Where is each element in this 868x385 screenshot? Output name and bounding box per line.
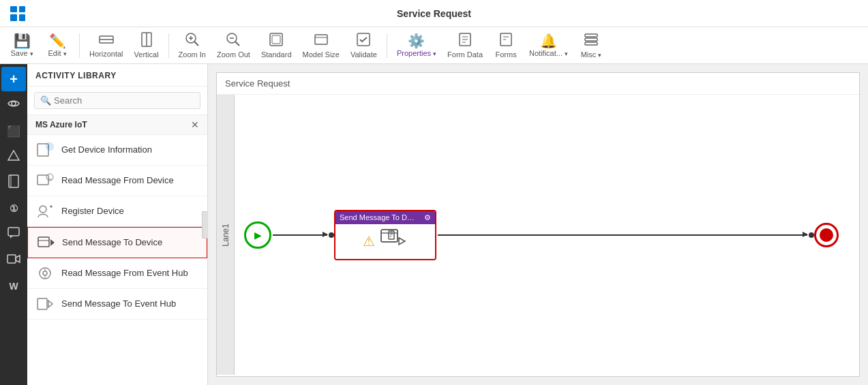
zoom-out-button[interactable]: Zoom Out (213, 30, 254, 61)
flow-activity-node[interactable]: Send Message To Devi... ⚙ ⚠ (334, 210, 436, 260)
video-icon (7, 253, 20, 267)
add-icon-btn[interactable]: + (1, 67, 26, 91)
category-name: MS Azure IoT (35, 120, 87, 129)
send-msg-eventhub-label: Send Message To Event Hub (61, 298, 176, 310)
edit-button[interactable]: ✏️ Edit ▾ (41, 30, 74, 61)
arrow-head-1 (323, 232, 328, 237)
drive-icon-btn[interactable] (1, 144, 26, 169)
notebook-icon (8, 174, 20, 191)
chat-icon-btn[interactable] (1, 222, 26, 247)
svg-rect-46 (38, 298, 47, 309)
get-device-info-icon: i (35, 140, 55, 159)
model-size-icon (314, 32, 329, 49)
end-node[interactable] (814, 223, 839, 247)
node-device-icon (380, 228, 408, 255)
svg-point-32 (46, 142, 54, 151)
activity-item-get-device-info[interactable]: i Get Device Information (27, 135, 207, 166)
eye-icon (8, 97, 20, 112)
register-device-label: Register Device (61, 206, 124, 217)
properties-button[interactable]: ⚙️ Properties ▾ (393, 30, 440, 61)
horizontal-button[interactable]: Horizontal (85, 30, 128, 61)
svg-rect-27 (9, 175, 18, 187)
breadcrumb: Service Request (217, 73, 859, 95)
node-settings-icon[interactable]: ⚙ (424, 213, 431, 222)
activity-item-read-msg-eventhub[interactable]: Read Message From Event Hub (27, 258, 207, 289)
office-icon: ⬛ (7, 125, 20, 138)
activity-item-send-msg-eventhub[interactable]: Send Message To Event Hub (27, 289, 207, 320)
svg-rect-40 (38, 237, 49, 247)
vertical-icon (140, 32, 153, 49)
main-layout: + ⬛ ① (0, 64, 868, 385)
start-node[interactable]: ▶ (244, 221, 271, 249)
side-icons: + ⬛ ① (0, 64, 27, 385)
activity-list: i Get Device Information Read Message Fr… (27, 135, 207, 385)
zoom-in-icon (185, 32, 200, 49)
get-device-info-label: Get Device Information (61, 144, 152, 156)
save-icon: 💾 (14, 34, 31, 48)
forms-button[interactable]: Forms (490, 30, 522, 61)
video-icon-btn[interactable] (1, 248, 26, 273)
read-msg-device-icon (35, 171, 55, 190)
misc-button[interactable]: Misc ▾ (575, 30, 608, 61)
plus-icon: + (10, 72, 18, 87)
save-button[interactable]: 💾 Save ▾ (5, 30, 38, 61)
activity-item-read-msg-device[interactable]: Read Message From Device (27, 166, 207, 196)
svg-rect-30 (8, 255, 16, 263)
svg-point-37 (40, 206, 46, 213)
activity-item-register-device[interactable]: Register Device (27, 196, 207, 227)
send-msg-device-label: Send Message To Device (62, 237, 162, 249)
svg-line-9 (235, 42, 239, 46)
validate-button[interactable]: Validate (346, 30, 381, 61)
validate-icon (356, 32, 371, 49)
drive-icon (7, 149, 20, 164)
standard-icon (269, 32, 284, 49)
svg-rect-24 (585, 38, 597, 41)
svg-text:i: i (48, 144, 49, 150)
misc-icon (584, 32, 599, 49)
lane-label-text: Lane1 (221, 224, 230, 246)
collapse-panel-button[interactable]: ‹ (202, 211, 208, 238)
svg-point-43 (43, 271, 47, 275)
end-dot (820, 228, 833, 242)
canvas-content: Lane1 ▶ (217, 95, 859, 375)
read-msg-eventhub-icon (35, 264, 55, 283)
read-msg-device-label: Read Message From Device (61, 175, 174, 187)
number-icon: ① (10, 203, 18, 214)
model-size-button[interactable]: Model Size (299, 30, 344, 61)
canvas-area: Service Request Lane1 ▶ (208, 64, 868, 385)
search-icon: 🔍 (40, 95, 51, 106)
zoom-in-button[interactable]: Zoom In (175, 30, 210, 61)
vertical-button[interactable]: Vertical (130, 30, 163, 61)
svg-rect-13 (315, 35, 327, 44)
standard-button[interactable]: Standard (257, 30, 296, 61)
notebook-icon-btn[interactable] (1, 170, 26, 195)
search-box[interactable]: 🔍 (34, 92, 200, 109)
office-icon-btn[interactable]: ⬛ (1, 119, 26, 143)
activity-item-send-msg-device[interactable]: Send Message To Device (27, 227, 207, 258)
send-msg-device-icon (36, 233, 55, 252)
app-grid-icon[interactable] (7, 3, 29, 25)
page-title: Service Request (397, 8, 471, 19)
number-icon-btn[interactable]: ① (1, 196, 26, 221)
canvas-inner: Service Request Lane1 ▶ (216, 72, 860, 377)
top-bar: Service Request (0, 0, 868, 27)
register-device-icon (35, 202, 55, 221)
notifications-button[interactable]: 🔔 Notificat... ▾ (525, 30, 572, 61)
divider-2 (168, 33, 169, 58)
connector-dot-1 (329, 232, 334, 238)
svg-rect-25 (585, 42, 597, 45)
activity-node-title: Send Message To Devi... (340, 213, 415, 221)
svg-line-5 (194, 42, 198, 46)
form-data-button[interactable]: Form Data (443, 30, 487, 61)
forms-icon (498, 32, 513, 49)
read-msg-eventhub-label: Read Message From Event Hub (61, 268, 188, 279)
edit-icon: ✏️ (49, 34, 66, 48)
svg-rect-12 (272, 35, 280, 44)
category-close-button[interactable]: ✕ (191, 119, 199, 130)
warning-icon: ⚠ (363, 233, 375, 249)
eye-icon-btn[interactable] (1, 93, 26, 117)
wp-icon-btn[interactable]: W (1, 274, 26, 298)
activity-header: ACTIVITY LIBRARY (27, 64, 207, 87)
zoom-out-icon (226, 32, 241, 49)
search-input[interactable] (54, 95, 194, 106)
